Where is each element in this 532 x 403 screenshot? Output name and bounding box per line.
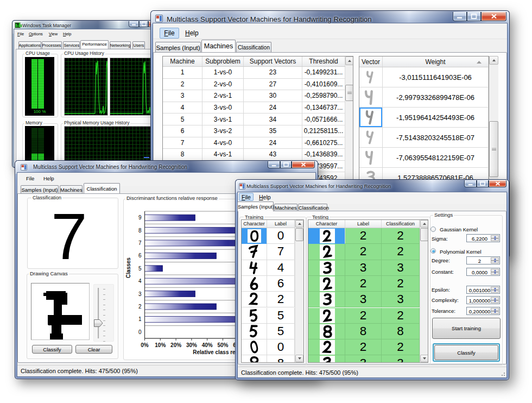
svg-text:30%: 30% [186,342,197,348]
svg-text:7: 7 [138,240,142,246]
svg-text:8: 8 [138,228,142,234]
svg-text:10%: 10% [155,342,166,348]
svg-text:2: 2 [138,304,142,310]
svg-text:50%: 50% [217,342,228,348]
svg-text:0: 0 [138,329,142,335]
svg-text:4: 4 [138,278,142,284]
svg-text:0%: 0% [141,342,149,348]
svg-text:1: 1 [138,316,142,322]
svg-text:20%: 20% [170,342,181,348]
svg-text:40%: 40% [202,342,213,348]
svg-text:6: 6 [138,253,142,259]
svg-text:5: 5 [138,266,142,272]
svg-text:Classes: Classes [125,257,131,278]
svg-text:3: 3 [138,291,142,297]
svg-text:9: 9 [138,215,142,221]
